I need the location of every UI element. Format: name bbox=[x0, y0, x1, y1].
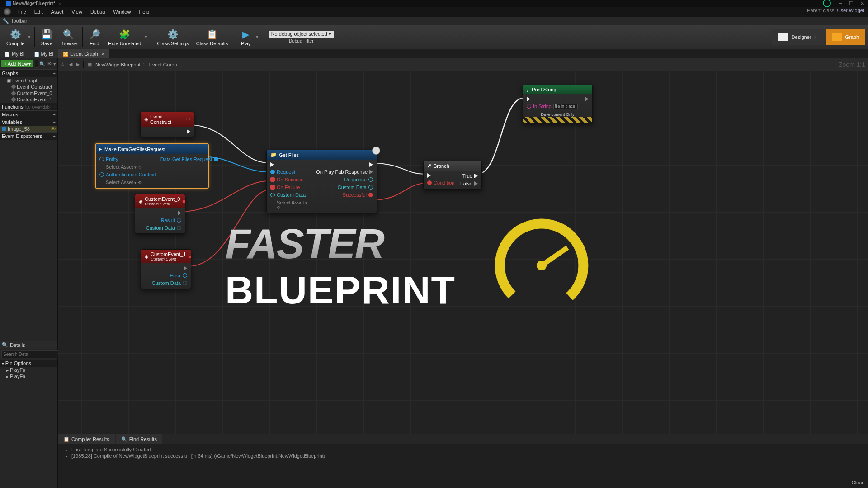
search-icon[interactable]: 🔍 bbox=[39, 61, 46, 67]
select-asset-dropdown[interactable]: Select Asset ▾ ⟲ bbox=[277, 200, 311, 210]
node-print-string[interactable]: ƒPrint String In String Development Only bbox=[523, 85, 593, 123]
node-event-construct[interactable]: ◈Event Construct⬚ bbox=[140, 112, 194, 137]
menu-help[interactable]: Help bbox=[135, 8, 153, 15]
details-item[interactable]: ▸ PlayFa bbox=[0, 367, 57, 373]
tab-find-results[interactable]: 🔍 Find Results bbox=[116, 434, 162, 444]
settings-dd-icon[interactable]: ▾ bbox=[53, 61, 56, 67]
class-defaults-button[interactable]: 📋Class Defaults bbox=[193, 26, 232, 48]
variable-item[interactable]: Image_58👁 bbox=[0, 126, 57, 132]
close-tab-icon[interactable]: × bbox=[58, 1, 61, 6]
tree-customevent-0[interactable]: CustomEvent_0 bbox=[0, 90, 57, 96]
tab-my-blueprint-2[interactable]: 📄 My Bl bbox=[29, 49, 59, 58]
details-icon: 🔍 bbox=[2, 342, 8, 348]
graph-mode-button[interactable]: Graph bbox=[826, 29, 865, 45]
details-search[interactable] bbox=[1, 350, 62, 358]
async-clock-icon bbox=[372, 147, 380, 155]
close-tab-icon[interactable]: × bbox=[102, 51, 104, 57]
tree-eventgraph[interactable]: ▣EventGraph bbox=[0, 77, 57, 84]
variable-type-icon bbox=[2, 127, 6, 131]
menu-view[interactable]: View bbox=[68, 8, 86, 15]
close-window-button[interactable]: ✕ bbox=[857, 0, 867, 6]
hide-unrelated-button[interactable]: 🧩Hide Unrelated bbox=[104, 26, 145, 48]
play-button[interactable]: ▶Play bbox=[236, 26, 256, 48]
node-customevent-1[interactable]: ◈CustomEvent_1Custom Event■ Error Custom… bbox=[141, 249, 191, 289]
browse-button[interactable]: 🔍Browse bbox=[57, 26, 80, 48]
debug-filter-label: Debug Filter bbox=[289, 38, 313, 43]
node-get-files[interactable]: 📁Get Files Request On Success On Failure… bbox=[266, 150, 377, 213]
save-icon: 💾 bbox=[40, 28, 53, 41]
add-function-icon[interactable]: + bbox=[53, 104, 56, 109]
add-variable-icon[interactable]: + bbox=[53, 119, 56, 125]
favorite-icon[interactable]: ☆ bbox=[61, 62, 65, 67]
tab-event-graph[interactable]: 🔀 Event Graph × bbox=[58, 49, 109, 58]
graphs-header[interactable]: Graphs+ bbox=[0, 69, 57, 77]
compile-button[interactable]: ⚙️Compile bbox=[3, 26, 28, 48]
tab-compiler-results[interactable]: 📋 Compiler Results bbox=[58, 434, 115, 444]
compile-icon: ⚙️ bbox=[9, 28, 22, 41]
tree-customevent-1[interactable]: CustomEvent_1 bbox=[0, 96, 57, 103]
menu-file[interactable]: File bbox=[14, 8, 30, 15]
my-blueprint-panel: + Add New ▾ 🔍 👁 ▾ Graphs+ ▣EventGraph Ev… bbox=[0, 58, 58, 488]
debug-object-select[interactable]: No debug object selected▾ bbox=[269, 31, 334, 38]
find-button[interactable]: 🔎Find bbox=[85, 26, 104, 48]
tree-event-construct[interactable]: Event Construct bbox=[0, 84, 57, 90]
play-icon: ▶ bbox=[240, 28, 252, 41]
add-macro-icon[interactable]: + bbox=[53, 112, 56, 117]
log-line: [1985.28] Compile of NewWidgetBlueprint … bbox=[71, 453, 862, 459]
main-toolbar: ⚙️Compile ▾ 💾Save 🔍Browse 🔎Find 🧩Hide Un… bbox=[0, 25, 868, 49]
details-item[interactable]: ▸ PlayFa bbox=[0, 373, 57, 379]
select-asset-dropdown[interactable]: Select Asset ▾ ⟲ bbox=[106, 180, 156, 185]
node-branch[interactable]: ⬈Branch Condition True False bbox=[423, 161, 482, 190]
compile-dropdown[interactable]: ▾ bbox=[28, 34, 33, 40]
menu-edit[interactable]: Edit bbox=[31, 8, 47, 15]
parent-class-link[interactable]: User Widget bbox=[837, 8, 864, 13]
toolbar-header: 🔧 Toolbar bbox=[0, 17, 868, 25]
add-new-button[interactable]: + Add New ▾ bbox=[1, 60, 33, 67]
select-asset-dropdown[interactable]: Select Asset ▾ ⟲ bbox=[106, 164, 156, 170]
main-area: + Add New ▾ 🔍 👁 ▾ Graphs+ ▣EventGraph Ev… bbox=[0, 58, 868, 488]
nav-back-icon[interactable]: ◀ bbox=[69, 62, 72, 67]
class-settings-button[interactable]: ⚙️Class Settings bbox=[153, 26, 192, 48]
in-string-input[interactable] bbox=[553, 104, 578, 109]
menu-asset[interactable]: Asset bbox=[47, 8, 67, 15]
menu-debug[interactable]: Debug bbox=[87, 8, 108, 15]
unreal-logo-icon[interactable] bbox=[4, 8, 11, 15]
graph-editor: ☆ ◀ ▶ ▦ NewWidgetBlueprint〉Event Graph Z… bbox=[58, 58, 868, 488]
save-button[interactable]: 💾Save bbox=[37, 26, 57, 48]
tab-my-blueprint-1[interactable]: 📄 My Bl bbox=[0, 49, 29, 58]
class-settings-icon: ⚙️ bbox=[167, 28, 179, 41]
source-control-icon[interactable] bbox=[823, 0, 831, 7]
minimize-button[interactable]: ─ bbox=[835, 0, 845, 6]
clear-log-button[interactable]: Clear bbox=[852, 480, 863, 485]
designer-mode-button[interactable]: Designer〉 bbox=[772, 29, 825, 45]
hide-unrelated-dropdown[interactable]: ▾ bbox=[145, 34, 149, 40]
nav-fwd-icon[interactable]: ▶ bbox=[76, 62, 80, 67]
add-dispatcher-icon[interactable]: + bbox=[53, 133, 56, 139]
node-make-request[interactable]: ▸Make DataGetFilesRequest Entity Select … bbox=[95, 143, 209, 189]
add-graph-icon[interactable]: + bbox=[53, 71, 56, 76]
browse-icon: 🔍 bbox=[62, 28, 75, 41]
overlay-logo: FASTER BLUEPRINT bbox=[225, 220, 456, 313]
variable-eye-icon[interactable]: 👁 bbox=[51, 126, 56, 132]
node-customevent-0[interactable]: ◈CustomEvent_0Custom Event■ Result Custo… bbox=[135, 194, 185, 234]
play-dropdown[interactable]: ▾ bbox=[256, 34, 260, 40]
pin-options-header[interactable]: ▾ Pin Options bbox=[0, 360, 57, 367]
wrench-icon: 🔧 bbox=[3, 18, 9, 24]
hide-unrelated-icon: 🧩 bbox=[118, 28, 131, 41]
dispatchers-header[interactable]: Event Dispatchers+ bbox=[0, 132, 57, 140]
maximize-button[interactable]: ☐ bbox=[846, 0, 856, 6]
macros-header[interactable]: Macros+ bbox=[0, 110, 57, 118]
graph-toolbar: ☆ ◀ ▶ ▦ NewWidgetBlueprint〉Event Graph Z… bbox=[58, 58, 868, 71]
search-my-blueprint[interactable] bbox=[35, 60, 38, 68]
functions-header[interactable]: Functions (38 Overridabl+ bbox=[0, 103, 57, 110]
class-defaults-icon: 📋 bbox=[206, 28, 218, 41]
toolbar-label: Toolbar bbox=[11, 18, 27, 24]
graph-canvas[interactable]: WIDGET BLUEPRINT ◈Event Construct⬚ ▸Make… bbox=[58, 71, 868, 488]
menu-window[interactable]: Window bbox=[109, 8, 134, 15]
log-line: Fast Template Successfully Created. bbox=[71, 447, 862, 452]
variables-header[interactable]: Variables+ bbox=[0, 118, 57, 126]
eye-icon[interactable]: 👁 bbox=[47, 61, 52, 66]
svg-line-2 bbox=[542, 247, 567, 265]
zoom-level: Zoom 1:1 bbox=[839, 61, 865, 68]
breadcrumb[interactable]: NewWidgetBlueprint〉Event Graph bbox=[95, 61, 177, 68]
